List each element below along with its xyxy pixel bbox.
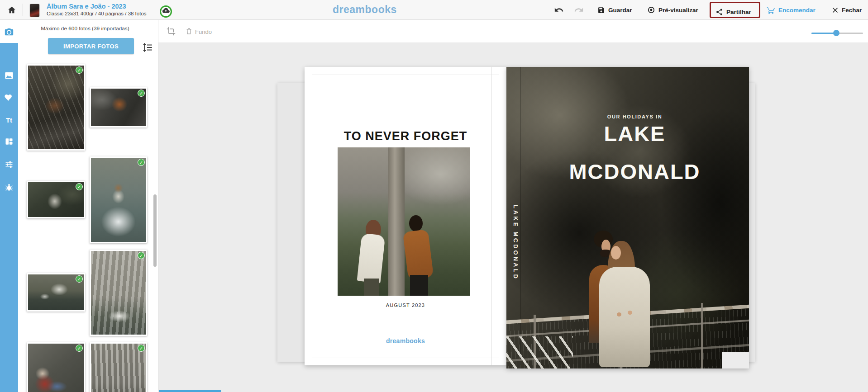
sidebar-item-gallery[interactable] bbox=[0, 65, 18, 86]
sliders-icon bbox=[5, 160, 14, 169]
cloud-sync-status-button[interactable] bbox=[160, 5, 172, 18]
redo-icon bbox=[574, 5, 584, 15]
home-icon bbox=[7, 5, 16, 14]
text-tool-icon: Tt bbox=[6, 116, 12, 124]
redo-button[interactable] bbox=[574, 0, 584, 20]
book-back-cover[interactable]: TO NEVER FORGET AUGUST 2023 dreambooks bbox=[305, 67, 506, 365]
sidebar-item-text[interactable]: Tt bbox=[0, 109, 18, 131]
cover-bleed-notch bbox=[722, 352, 749, 368]
save-button[interactable]: Guardar bbox=[597, 0, 632, 20]
preview-label: Pré-visualizar bbox=[658, 7, 698, 14]
zoom-slider-fill bbox=[811, 33, 836, 34]
zoom-slider[interactable] bbox=[811, 29, 863, 37]
photo-limit-text: Máximo de 600 fotos (39 importadas) bbox=[18, 25, 152, 32]
top-bar: Álbum Sara e João - 2023 Classic 23x31 4… bbox=[0, 0, 868, 20]
photo-thumbnail-woman-with-hat-in-boat[interactable]: ✓ bbox=[90, 156, 147, 243]
order-button[interactable]: Encomendar bbox=[767, 0, 816, 20]
sidebar-item-stickers[interactable] bbox=[0, 177, 18, 198]
album-subtitle: Classic 23x31 400gr / 40 páginas / 38 fo… bbox=[47, 11, 147, 17]
sidebar-item-favorites[interactable] bbox=[0, 86, 18, 108]
background-label: Fundo bbox=[195, 28, 212, 35]
sidebar-item-adjustments[interactable] bbox=[0, 154, 18, 175]
photo-thumbnail-woman-on-bridge[interactable]: ✓ bbox=[27, 181, 85, 218]
cover-fold-line bbox=[491, 67, 492, 365]
photo-selected-check-icon: ✓ bbox=[138, 90, 145, 97]
photo-thumbnail-boat-on-quarry-lake[interactable]: ✓ bbox=[27, 273, 85, 312]
canvas-bottom-edge bbox=[158, 390, 868, 390]
photo-selected-check-icon: ✓ bbox=[138, 159, 145, 166]
hand-on-rail bbox=[617, 312, 621, 316]
tree-trunk bbox=[388, 147, 405, 296]
photo-thumbnail-climber-on-rock-face[interactable]: ✓ bbox=[90, 342, 147, 392]
camera-icon bbox=[4, 27, 14, 37]
canvas-toolbar: Fundo bbox=[158, 20, 868, 43]
import-photos-button[interactable]: IMPORTAR FOTOS bbox=[48, 38, 134, 54]
order-label: Encomendar bbox=[778, 7, 816, 14]
editor-canvas: Fundo TO NEVER FORGET AUGUS bbox=[158, 20, 868, 392]
layout-icon bbox=[5, 137, 14, 146]
share-icon bbox=[715, 8, 723, 16]
woman-sweater bbox=[599, 267, 650, 367]
photo-thumbnail-couple-rowing-under-cliff[interactable]: ✓ bbox=[90, 250, 147, 336]
photo-selected-check-icon: ✓ bbox=[76, 345, 83, 352]
back-cover-brand-logo: dreambooks bbox=[305, 337, 506, 345]
photo-selected-check-icon: ✓ bbox=[76, 275, 83, 283]
photo-thumbnail-couple-sitting-on-rocks[interactable]: ✓ bbox=[27, 342, 85, 392]
heart-icon bbox=[4, 92, 14, 102]
crop-icon bbox=[167, 30, 176, 37]
photo-thumbnail-man-lying-on-rocks[interactable]: ✓ bbox=[90, 87, 147, 128]
save-icon bbox=[597, 6, 605, 14]
share-button[interactable]: Partilhar bbox=[715, 2, 751, 22]
crop-button[interactable] bbox=[166, 27, 176, 37]
photo-thumbnail-couple-on-canyon-bridge[interactable]: ✓ bbox=[27, 64, 85, 151]
photo-selected-check-icon: ✓ bbox=[138, 252, 145, 259]
share-label: Partilhar bbox=[726, 9, 751, 15]
album-title: Álbum Sara e João - 2023 bbox=[47, 3, 126, 10]
tool-sidebar: Tt bbox=[0, 20, 18, 392]
book-front-cover-photo[interactable]: LAKE MCDONALD OUR HOLIDAYS IN LAKE MCDON… bbox=[506, 67, 749, 368]
dreambooks-logo: dreambooks bbox=[333, 4, 397, 16]
back-cover-date-text[interactable]: AUGUST 2023 bbox=[305, 302, 506, 308]
preview-button[interactable]: Pré-visualizar bbox=[647, 0, 698, 20]
sort-order-icon bbox=[142, 48, 153, 55]
undo-button[interactable] bbox=[554, 0, 564, 20]
close-label: Fechar bbox=[842, 7, 862, 14]
bug-icon bbox=[5, 183, 14, 192]
couple-figures bbox=[506, 67, 749, 368]
back-cover-title-text[interactable]: TO NEVER FORGET bbox=[305, 129, 506, 143]
man-pants bbox=[410, 275, 428, 296]
cart-icon bbox=[767, 6, 775, 14]
preview-icon bbox=[647, 6, 655, 14]
man-head bbox=[409, 215, 423, 231]
undo-icon bbox=[554, 5, 564, 15]
save-label: Guardar bbox=[608, 7, 632, 14]
man-sweater bbox=[403, 229, 434, 280]
upload-progress-bar bbox=[159, 390, 221, 392]
sort-photos-button[interactable] bbox=[141, 42, 154, 54]
cloud-upload-icon bbox=[162, 7, 170, 16]
share-highlight-annotation: Partilhar bbox=[710, 2, 760, 18]
photo-selected-check-icon: ✓ bbox=[76, 183, 83, 190]
zoom-slider-thumb[interactable] bbox=[833, 30, 839, 36]
photo-selected-check-icon: ✓ bbox=[76, 66, 83, 74]
woman-face bbox=[611, 246, 621, 260]
remove-background-button[interactable]: Fundo bbox=[186, 26, 212, 37]
trash-icon bbox=[186, 27, 192, 36]
close-button[interactable]: Fechar bbox=[832, 0, 862, 20]
image-icon bbox=[4, 71, 14, 80]
dreambooks-editor: Álbum Sara e João - 2023 Classic 23x31 4… bbox=[0, 0, 868, 392]
back-cover-photo[interactable] bbox=[338, 147, 470, 296]
header-divider bbox=[23, 4, 23, 16]
home-button[interactable] bbox=[7, 0, 16, 20]
album-cover-thumbnail bbox=[30, 4, 39, 17]
woman-sweater bbox=[357, 233, 386, 283]
photos-panel: Máximo de 600 fotos (39 importadas) IMPO… bbox=[18, 20, 158, 392]
close-icon bbox=[832, 7, 839, 14]
panel-scrollbar[interactable] bbox=[153, 194, 157, 267]
sidebar-item-layouts[interactable] bbox=[0, 131, 18, 152]
woman-pants bbox=[364, 279, 379, 296]
photo-selected-check-icon: ✓ bbox=[138, 345, 145, 352]
hand-on-rail bbox=[628, 311, 632, 315]
sidebar-item-photos[interactable] bbox=[0, 20, 18, 43]
